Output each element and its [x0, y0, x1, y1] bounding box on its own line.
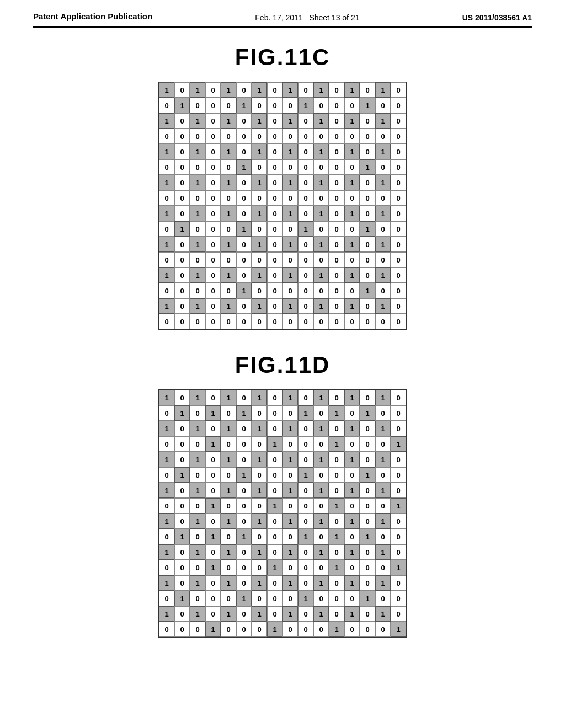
grid-cell: 0	[267, 544, 282, 560]
header-date-text: Feb. 17, 2011	[255, 13, 302, 22]
grid-cell: 0	[174, 483, 190, 498]
grid-cell: 0	[190, 283, 205, 298]
grid-cell: 1	[190, 606, 205, 622]
grid-cell: 1	[159, 390, 174, 405]
grid-cell: 1	[313, 606, 329, 622]
figure-title-fig11c: FIG.11C	[235, 44, 331, 71]
grid-cell: 0	[313, 252, 329, 267]
grid-cell: 1	[252, 206, 267, 221]
grid-cell: 0	[190, 159, 205, 175]
grid-cell: 0	[236, 298, 252, 314]
grid-cell: 0	[298, 129, 313, 144]
grid-cell: 1	[190, 390, 205, 405]
grid-cell: 1	[159, 544, 174, 560]
grid-cell: 0	[360, 436, 375, 452]
grid-cell: 1	[313, 82, 329, 98]
grid-cell: 1	[298, 405, 313, 421]
grid-row: 1010101010101010	[159, 113, 406, 129]
grid-cell: 0	[375, 314, 391, 329]
grid-cell: 1	[375, 206, 391, 221]
grid-cell: 0	[391, 113, 406, 129]
grid-cell: 0	[282, 190, 298, 206]
grid-cell: 1	[313, 483, 329, 498]
grid-cell: 0	[391, 159, 406, 175]
grid-cell: 0	[375, 405, 391, 421]
grid-cell: 0	[159, 252, 174, 267]
grid-cell: 0	[391, 483, 406, 498]
grid-cell: 1	[329, 498, 344, 513]
grid-cell: 0	[174, 513, 190, 529]
grid-cell: 1	[190, 144, 205, 159]
grid-cell: 0	[391, 421, 406, 436]
grid-cell: 1	[344, 452, 360, 467]
grid-cell: 0	[391, 298, 406, 314]
grid-cell: 0	[360, 513, 375, 529]
grid-cell: 0	[205, 237, 221, 252]
grid-cell: 0	[329, 129, 344, 144]
grid-cell: 1	[282, 452, 298, 467]
grid-cell: 1	[298, 221, 313, 237]
grid-cell: 0	[190, 529, 205, 544]
grid-cell: 0	[267, 529, 282, 544]
grid-cell: 1	[267, 622, 282, 637]
grid-cell: 0	[236, 421, 252, 436]
grid-cell: 0	[375, 591, 391, 606]
grid-cell: 1	[313, 390, 329, 405]
grid-cell: 0	[344, 283, 360, 298]
grid-row: 0001000100010001	[159, 560, 406, 575]
grid-cell: 0	[190, 129, 205, 144]
grid-cell: 0	[329, 159, 344, 175]
grid-cell: 0	[236, 544, 252, 560]
grid-cell: 0	[252, 98, 267, 113]
grid-row: 0101010001010100	[159, 529, 406, 544]
grid-row: 0000000000000000	[159, 314, 406, 329]
grid-cell: 0	[313, 283, 329, 298]
grid-cell: 0	[329, 190, 344, 206]
grid-cell: 0	[391, 544, 406, 560]
grid-cell: 0	[298, 544, 313, 560]
grid-cell: 0	[313, 98, 329, 113]
grid-cell: 0	[174, 252, 190, 267]
grid-row: 1010101010101010	[159, 452, 406, 467]
grid-cell: 1	[190, 298, 205, 314]
grid-cell: 1	[252, 175, 267, 190]
grid-cell: 0	[236, 390, 252, 405]
grid-cell: 0	[375, 436, 391, 452]
grid-cell: 0	[375, 498, 391, 513]
grid-cell: 0	[190, 436, 205, 452]
grid-cell: 1	[344, 390, 360, 405]
grid-cell: 1	[344, 267, 360, 283]
grid-cell: 1	[375, 452, 391, 467]
grid-cell: 1	[252, 267, 267, 283]
grid-cell: 1	[282, 113, 298, 129]
grid-cell: 0	[298, 421, 313, 436]
grid-row: 0000000000000000	[159, 129, 406, 144]
grid-cell: 0	[221, 314, 236, 329]
grid-cell: 0	[190, 98, 205, 113]
grid-cell: 0	[360, 206, 375, 221]
grid-row: 1010101010101010	[159, 206, 406, 221]
grid-cell: 0	[298, 452, 313, 467]
grid-cell: 1	[221, 206, 236, 221]
grid-cell: 0	[205, 252, 221, 267]
grid-cell: 0	[360, 129, 375, 144]
grid-cell: 1	[360, 405, 375, 421]
grid-cell: 0	[236, 483, 252, 498]
grid-cell: 1	[252, 513, 267, 529]
grid-cell: 0	[205, 421, 221, 436]
grid-cell: 1	[221, 513, 236, 529]
grid-cell: 0	[252, 498, 267, 513]
grid-cell: 0	[298, 298, 313, 314]
grid-cell: 0	[205, 452, 221, 467]
grid-cell: 1	[221, 113, 236, 129]
grid-cell: 0	[252, 591, 267, 606]
grid-cell: 0	[174, 129, 190, 144]
grid-cell: 0	[221, 159, 236, 175]
grid-cell: 1	[360, 467, 375, 483]
grid-cell: 0	[344, 98, 360, 113]
grid-cell: 1	[313, 175, 329, 190]
grid-cell: 0	[282, 405, 298, 421]
figure-fig11d: FIG.11D101010101010101001010100010101001…	[33, 352, 532, 638]
grid-cell: 0	[190, 314, 205, 329]
grid-cell: 0	[221, 129, 236, 144]
